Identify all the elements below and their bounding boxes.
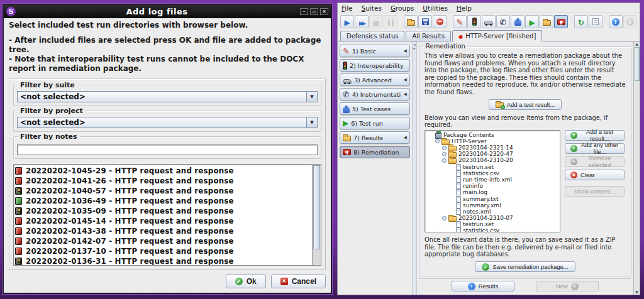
add-any-other-file-button[interactable]: Add any other file... <box>565 143 625 154</box>
scroll-down-icon[interactable]: ▼ <box>635 290 638 295</box>
add-a-test-result-button[interactable]: Add a test result... <box>565 130 625 141</box>
ok-button[interactable]: Ok <box>226 275 266 288</box>
menu-suites[interactable]: Suites <box>362 4 382 12</box>
close-icon[interactable] <box>320 8 328 15</box>
abort-icon <box>436 18 443 25</box>
test-cases-toolbar-button[interactable] <box>511 15 525 28</box>
dialog-title-bar[interactable]: S Add log files <box>4 5 331 18</box>
list-item-label: 20220202-0145-14 - HTTP request and resp… <box>26 217 234 226</box>
sidebar-item-3-advanced[interactable]: 3) Advanced <box>340 73 410 86</box>
log-book-icon <box>15 247 22 255</box>
list-item[interactable]: 20220202-0136-31 - HTTP request and resp… <box>15 256 312 265</box>
list-item[interactable]: 20220202-1040-57 - HTTP request and resp… <box>15 186 312 196</box>
menu-groups[interactable]: Groups <box>391 4 414 12</box>
tree-node[interactable]: statistics.csv <box>426 170 560 177</box>
expand-handle-icon[interactable] <box>442 146 447 150</box>
menu-utilities[interactable]: Utilities <box>423 4 448 12</box>
traffic-icon <box>472 18 477 26</box>
minimize-icon[interactable] <box>300 8 308 15</box>
maximize-icon[interactable] <box>310 8 318 15</box>
play2-icon <box>359 16 364 28</box>
add-test-result-button[interactable]: Add a test result... <box>489 99 562 110</box>
remediation-toolbar-button[interactable] <box>554 15 568 28</box>
sidebar-item-6-test-run[interactable]: 6) Test run <box>340 117 410 129</box>
cancel-button[interactable]: Cancel <box>271 275 326 288</box>
collapse-handle-icon[interactable] <box>442 216 447 220</box>
sidebar-item-4-instrumentation[interactable]: 4) Instrumentation <box>340 88 410 101</box>
tree-node[interactable]: 20230104-2310-20 <box>426 157 560 163</box>
list-item[interactable]: 20220202-1045-29 - HTTP request and resp… <box>15 166 312 176</box>
menu-help[interactable]: Help <box>457 4 472 12</box>
panel-scrollbar[interactable]: ▲ ▼ <box>633 41 640 295</box>
results-toolbar-button[interactable] <box>540 15 553 28</box>
list-item[interactable]: 20220202-1036-49 - HTTP request and resp… <box>15 196 312 206</box>
dialog-body: Select included test run directories wit… <box>4 18 331 293</box>
list-item[interactable]: 20220202-1041-26 - HTTP request and resp… <box>15 176 312 186</box>
interoperability-toolbar-button[interactable] <box>467 15 481 28</box>
scroll-up-icon[interactable]: ▲ <box>635 41 638 46</box>
tree-node[interactable]: 20230104-2320-47 <box>426 151 560 157</box>
run-all-toolbar-button[interactable] <box>355 15 369 28</box>
sidebar-item-label: 7) Results <box>353 134 383 141</box>
tree-node[interactable]: Package Contents <box>426 132 560 138</box>
tree-node[interactable]: 20230104-2310-07 <box>426 215 560 221</box>
panel-splitter[interactable]: ◂▸ <box>412 41 417 295</box>
go-results-toolbar-button[interactable] <box>609 15 623 28</box>
next-label: Next <box>556 283 569 290</box>
sidebar-item-2-interoperability[interactable]: 2) Interoperability <box>340 59 410 72</box>
basic-toolbar-button[interactable] <box>453 15 467 28</box>
collapse-handle-icon[interactable] <box>435 139 440 143</box>
tab-all-results[interactable]: All Results <box>406 31 451 41</box>
save-toolbar-button[interactable] <box>418 15 432 28</box>
tree-node[interactable]: statistics.csv <box>426 227 560 232</box>
scrollbar-thumb[interactable] <box>313 165 320 249</box>
list-item[interactable]: 20220202-0143-38 - HTTP request and resp… <box>15 226 312 236</box>
list-scrollbar[interactable] <box>312 165 321 265</box>
sidebar-item-7-results[interactable]: 7) Results <box>340 131 410 144</box>
list-item[interactable]: 20220202-0142-07 - HTTP request and resp… <box>15 236 312 246</box>
collapse-handle-icon[interactable] <box>442 158 447 163</box>
filter-suite-select[interactable]: <not selected> <box>17 91 318 102</box>
list-item[interactable]: 20220202-0145-14 - HTTP request and resp… <box>15 216 312 226</box>
scrollbar-thumb[interactable] <box>635 47 640 81</box>
tree-node[interactable]: main.log <box>426 189 560 195</box>
tree-node[interactable]: summary.txt <box>426 195 560 202</box>
open-suite-toolbar-button[interactable] <box>404 15 418 28</box>
clear-button[interactable]: Clear <box>565 170 625 180</box>
list-item[interactable]: 20220202-1035-09 - HTTP request and resp… <box>15 206 312 216</box>
edit-note-toolbar-button[interactable] <box>589 15 602 28</box>
sidebar-item-1-basic[interactable]: 1) Basic <box>340 45 410 57</box>
tree-node[interactable]: summary.xml <box>426 202 560 209</box>
tab-http-server-finished[interactable]: HTTP-Server [finished] <box>452 30 542 41</box>
splitter-expand-icon[interactable]: ▸ <box>413 46 415 50</box>
chevron-down-icon[interactable] <box>306 117 317 128</box>
filter-project-select[interactable]: <not selected> <box>17 117 318 128</box>
sync-toolbar-button[interactable] <box>574 15 588 28</box>
menu-file[interactable]: File <box>341 4 353 12</box>
run-toolbar-button[interactable] <box>340 15 354 28</box>
tree-node[interactable]: notes.xml <box>426 209 560 215</box>
tree-node[interactable]: 20230104-2321-14 <box>426 144 560 151</box>
tree-node[interactable]: runinfo <box>426 183 560 189</box>
test-run-toolbar-button[interactable] <box>525 15 539 28</box>
filter-notes-input[interactable] <box>17 144 318 155</box>
results-button[interactable]: Results <box>452 281 514 291</box>
sidebar-item-8-remediation[interactable]: 8) Remediation <box>340 146 410 158</box>
abort-toolbar-button[interactable] <box>433 15 447 28</box>
tree-node[interactable]: testrun.set <box>426 164 560 170</box>
expand-handle-icon[interactable] <box>442 152 447 156</box>
button-label: Remove selected <box>580 155 619 168</box>
chevron-down-icon[interactable] <box>306 92 317 102</box>
tree-node[interactable]: HTTP-Server <box>426 138 560 144</box>
sidebar-item-5-test-cases[interactable]: 5) Test cases <box>340 102 410 115</box>
tree-node[interactable]: testrun.set <box>426 221 560 227</box>
list-item-label: 20220202-1035-09 - HTTP request and resp… <box>26 207 234 215</box>
list-item[interactable]: 20220202-0137-10 - HTTP request and resp… <box>15 246 312 256</box>
tree-node[interactable]: run-time-info.xml <box>426 177 560 183</box>
tab-defensics-status[interactable]: Defensics status <box>340 31 404 41</box>
filter-project-group: Filter by project <not selected> <box>13 111 321 132</box>
instrumentation-toolbar-button[interactable] <box>496 15 510 28</box>
advanced-toolbar-button[interactable] <box>482 15 496 28</box>
package-actions: Add a test result...Add any other file..… <box>565 130 626 233</box>
save-remediation-package-button[interactable]: Save remediation package... <box>475 261 575 272</box>
